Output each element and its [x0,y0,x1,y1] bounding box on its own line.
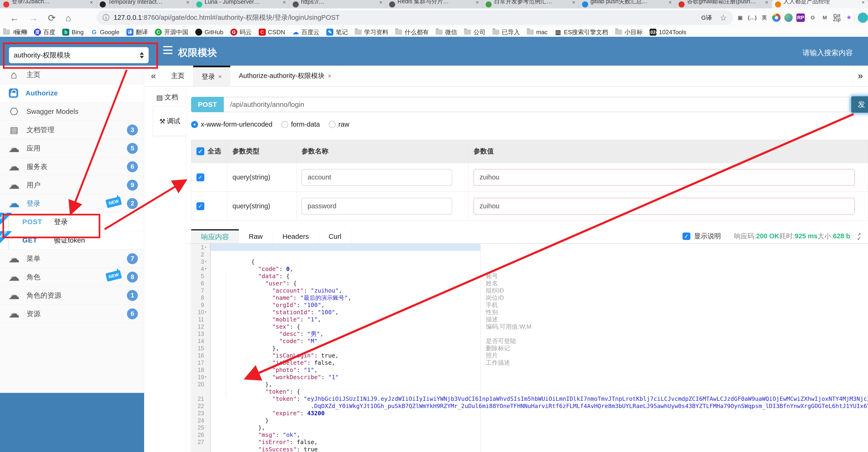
radio-icon[interactable] [191,121,198,128]
gutter[interactable]: 12▾ [191,323,211,330]
gutter[interactable]: 3▾ [191,258,211,265]
browser-tab[interactable]: Luna - JumpServer… × [193,0,289,8]
gutter[interactable]: 21▾ [191,395,211,402]
sidebar-item[interactable]: NEW 服务表 NEW 6 [0,158,144,176]
gutter[interactable]: 25▾ [191,424,211,431]
extension-icon[interactable] [784,13,793,22]
sidebar-item[interactable]: NEW 资源 NEW 6 [0,305,144,323]
param-name-input[interactable] [302,169,452,186]
gutter[interactable]: 8▾ [191,294,211,302]
gutter[interactable]: 1▾ [191,244,211,251]
response-tab[interactable]: 响应内容 [191,229,239,244]
reload-icon[interactable]: ⟳ [48,12,56,23]
browser-tab[interactable]: gitlab push失败汇总… × [579,0,675,8]
sidebar-item[interactable]: NEW 主页 NEW [0,66,144,84]
gutter[interactable]: 16▾ [191,352,211,359]
select-all-checkbox[interactable]: ✓ [196,147,204,155]
gutter[interactable]: 11▾ [191,316,211,323]
fullscreen-icon[interactable]: ↗↙ [857,232,861,240]
bookmark-star-icon[interactable]: ☆ [720,13,727,22]
param-name-input[interactable] [302,198,452,215]
sidebar-item[interactable]: NEW GET 验证token NEW [0,231,144,250]
param-value-input[interactable] [473,198,855,215]
sidebar-item[interactable]: NEW 角色的资源 NEW 1 [0,286,144,305]
tab-close-icon[interactable]: × [862,0,865,6]
fold-icon[interactable]: ▾ [205,266,207,271]
sidebar-item[interactable]: NEW Swagger Models NEW [0,103,144,121]
response-tab[interactable]: Curl [319,229,351,244]
endpoint-url-field[interactable]: /api/authority/anno/login [224,97,850,112]
gutter[interactable]: 2▾ [191,251,211,258]
sidebar-item[interactable]: NEW 文档管理 NEW 3 [0,121,144,139]
sidebar-item[interactable]: NEW 角色 NEW 8 [0,268,144,286]
gutter[interactable]: 23▾ [191,409,211,417]
gutter[interactable]: 5▾ [191,273,211,280]
gutter[interactable]: 20▾ [191,381,211,395]
gutter[interactable]: 19▾ [191,373,211,381]
extension-icon[interactable]: M [820,13,829,22]
tab-close-icon[interactable]: × [475,0,479,6]
browser-tab[interactable]: 谷歌gmail邮箱注册(push… × [675,0,772,8]
tab-close-icon[interactable]: × [186,0,189,6]
browser-tab[interactable]: Temporary Interact… × [96,0,193,8]
tab-document[interactable]: ▤ 文档 [156,93,178,102]
response-body-editor[interactable]: 1▾ { 2▾ "code": 0, [191,244,868,452]
param-value-input[interactable] [473,169,855,186]
extension-icon[interactable]: O [808,13,817,22]
row-checkbox[interactable]: ✓ [196,173,204,181]
tab-close-icon[interactable]: × [328,73,331,80]
module-select[interactable]: authority-权限模块 [9,47,149,63]
collapse-tabs-icon[interactable]: « [144,66,163,86]
extension-icon[interactable]: ▣ [736,13,744,22]
radio-icon[interactable] [281,121,288,128]
home-icon[interactable]: ⌂ [66,13,71,23]
bookmarks-overflow[interactable]: 其他书签 [0,27,866,37]
content-tab[interactable]: 登录 × [193,66,230,86]
body-type-option[interactable]: raw [329,120,349,128]
gutter[interactable]: 22▾ [191,402,211,409]
page-info-icon[interactable]: ⓘ [102,13,110,23]
gutter[interactable]: 4▾ [191,265,211,273]
avatar[interactable] [858,12,868,23]
send-button[interactable]: 发送 [851,96,868,113]
browser-tab[interactable]: 日常开发参考范例汇… × [482,0,579,8]
extension-icon[interactable]: {…} [748,13,756,22]
body-type-option[interactable]: form-data [281,120,320,128]
back-icon[interactable]: ← [10,13,19,23]
tab-close-icon[interactable]: × [90,0,93,6]
fold-icon[interactable]: ▾ [205,375,207,379]
extension-icon[interactable]: Git Zip [833,13,841,22]
gutter[interactable]: 17▾ [191,359,211,366]
fold-icon[interactable]: ▾ [205,310,207,314]
browser-tab[interactable]: 人人都是产品经理 × [772,0,868,8]
content-tab[interactable]: Authorize-authority-权限模块 × [230,66,340,86]
row-checkbox[interactable]: ✓ [196,202,204,210]
fold-icon[interactable]: ▾ [205,259,207,263]
url-bar[interactable]: ⓘ 127.0.0.1:8760/api/gate/doc.html#/auth… [96,10,733,25]
sidebar-item[interactable]: NEW 菜单 NEW 7 [0,250,144,268]
browser-tab[interactable]: https://… × [289,0,386,8]
gutter[interactable]: 7▾ [191,287,211,294]
show-desc-checkbox[interactable]: ✓ [682,232,690,240]
fold-icon[interactable]: ▾ [205,245,207,249]
tab-close-icon[interactable]: × [283,0,286,6]
gutter[interactable]: 6▾ [191,280,211,287]
extension-icon[interactable] [772,13,781,22]
translate-icon[interactable]: G译 [701,14,712,22]
browser-tab[interactable]: Redis 集群与分片… × [386,0,482,8]
extension-icon[interactable]: RP [797,13,805,22]
sidebar-item[interactable]: NEW 用户 NEW 9 [0,176,144,194]
gutter[interactable]: 15▾ [191,345,211,352]
tab-close-icon[interactable]: × [218,73,222,80]
response-tab[interactable]: Headers [273,229,319,244]
content-tab[interactable]: 主页 [163,66,193,86]
gutter[interactable]: 18▾ [191,366,211,373]
tab-close-icon[interactable]: × [765,0,768,6]
body-type-option[interactable]: x-www-form-urlencoded [191,120,273,128]
gutter[interactable]: 27▾ [191,439,211,446]
sidebar-item[interactable]: NEW 应用 NEW 5 [0,139,144,158]
tab-close-icon[interactable]: × [572,0,575,6]
gutter[interactable]: 13▾ [191,330,211,338]
expand-tabs-icon[interactable]: » [852,66,868,86]
tab-close-icon[interactable]: × [669,0,672,6]
